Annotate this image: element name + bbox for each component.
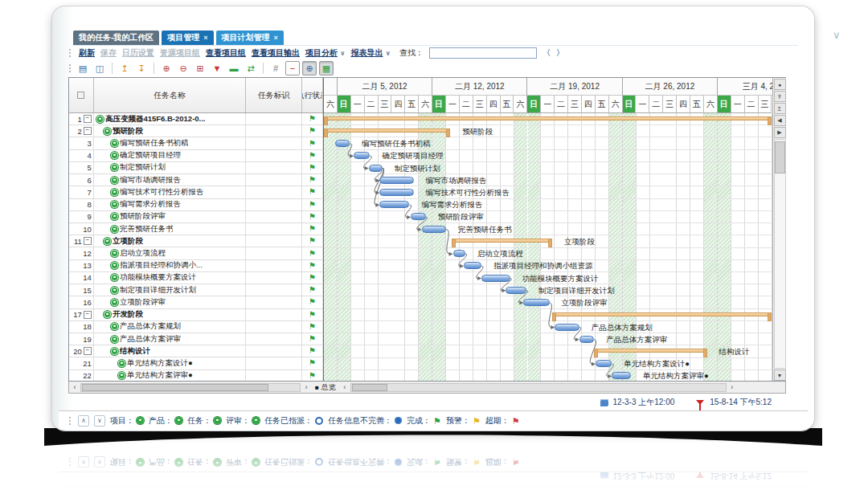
gantt-task-bar[interactable] <box>596 360 612 367</box>
vertical-scrollbar[interactable]: ●ŦΣ◀▶▼ <box>772 78 786 381</box>
table-row[interactable]: 22单元结构方案评审●⚑ <box>69 370 323 381</box>
gantt-task-bar[interactable] <box>506 287 526 294</box>
legend-down-icon[interactable]: ∨ <box>94 415 105 427</box>
gantt-summary-bar[interactable] <box>552 312 772 316</box>
gantt-hscroll-thumb[interactable] <box>352 384 387 391</box>
gantt-task-bar[interactable] <box>422 226 446 233</box>
gantt-task-bar[interactable] <box>379 201 409 208</box>
level-down-icon[interactable]: ↧ <box>134 61 149 76</box>
expand-toggle[interactable]: − <box>84 311 92 319</box>
gantt-summary-bar[interactable] <box>324 129 450 133</box>
table-hscroll-thumb[interactable] <box>82 384 268 391</box>
expand-toggle[interactable]: − <box>84 127 92 135</box>
gantt-task-bar[interactable] <box>481 275 510 282</box>
table-row[interactable]: 18产品总体方案规划⚑ <box>69 321 323 333</box>
collapse-chevron-icon[interactable]: ∨ <box>833 29 841 41</box>
table-row[interactable]: 10完善预研任务书⚑ <box>69 223 323 235</box>
gantt-task-bar[interactable] <box>464 262 481 269</box>
table-scroll-right-icon[interactable]: › <box>301 383 312 391</box>
table-row[interactable]: 5制定预研计划⚑ <box>69 162 323 174</box>
table-row[interactable]: 6编写市场调研报告⚑ <box>69 174 323 186</box>
gantt-task-bar[interactable] <box>453 250 465 257</box>
gantt-summary-bar[interactable] <box>324 116 772 120</box>
search-prev-icon[interactable]: 〈 <box>542 47 551 59</box>
exec-status-header[interactable]: 执行状态 <box>302 78 323 112</box>
gantt-scroll-left-icon[interactable]: ‹ <box>339 383 350 391</box>
tab-close-icon[interactable]: × <box>274 34 278 42</box>
crosshair-toggle[interactable]: ⊕ <box>302 61 317 76</box>
table-row[interactable]: 11−立项阶段⚑ <box>69 235 323 247</box>
zoom-in-icon[interactable]: ⊕ <box>159 61 174 76</box>
view-project-output-link[interactable]: 查看项目输出 <box>252 47 300 59</box>
gantt-task-bar[interactable] <box>369 165 383 172</box>
table-row[interactable]: 9预研阶段评审⚑ <box>69 211 323 223</box>
gantt-task-bar[interactable] <box>523 299 549 306</box>
gantt-scroll-right-icon[interactable]: › <box>727 383 738 391</box>
table-row[interactable]: 4确定预研项目经理⚑ <box>69 150 323 162</box>
print-preview-icon[interactable]: ◫ <box>92 61 107 76</box>
strip-button-2[interactable]: Σ <box>774 103 786 114</box>
gantt-task-bar[interactable] <box>379 189 413 196</box>
gantt-hscroll-track[interactable] <box>350 383 727 392</box>
gantt-task-bar[interactable] <box>579 336 595 343</box>
table-row[interactable]: 14功能模块概要方案设计⚑ <box>69 272 323 284</box>
zoom-fit-icon[interactable]: ⊞ <box>193 61 207 76</box>
table-row[interactable]: 15制定项目详细开发计划⚑ <box>69 284 323 296</box>
table-scroll-left-icon[interactable]: ‹ <box>69 383 80 391</box>
table-row[interactable]: 7编写技术可行性分析报告⚑ <box>69 186 323 198</box>
collapse-all-toggle[interactable]: − <box>285 61 300 76</box>
vscroll-track[interactable] <box>774 139 786 369</box>
baseline-icon[interactable]: ▬ <box>227 61 241 76</box>
table-hscroll-track[interactable] <box>80 383 301 392</box>
table-row[interactable]: 2−预研阶段⚑ <box>69 125 323 137</box>
tab-project-management[interactable]: 项目管理× <box>162 31 213 45</box>
project-analysis-link[interactable]: 项目分析 <box>305 47 338 59</box>
filter-icon[interactable]: ▼ <box>210 61 224 76</box>
print-icon[interactable]: ▤ <box>76 61 90 76</box>
table-row[interactable]: 1−高压变频器415F6.B-2012-0...⚑ <box>69 113 323 125</box>
table-row[interactable]: 20−结构设计⚑ <box>69 345 323 357</box>
search-next-icon[interactable]: 〉 <box>556 47 564 59</box>
tab-project-plan-management[interactable]: 项目计划管理× <box>216 31 284 45</box>
search-input[interactable] <box>429 47 537 59</box>
gantt-summary-bar[interactable] <box>594 349 706 353</box>
gantt-task-bar[interactable] <box>354 152 370 159</box>
expand-toggle[interactable]: − <box>84 115 92 123</box>
zoom-out-icon[interactable]: ⊖ <box>176 61 190 76</box>
tab-close-icon[interactable]: × <box>203 34 207 42</box>
table-row[interactable]: 12启动立项流程⚑ <box>69 247 323 259</box>
strip-button-3[interactable]: ◀ <box>774 115 786 126</box>
view-project-group-link[interactable]: 查看项目组 <box>206 47 246 59</box>
strip-button-4[interactable]: ▶ <box>774 127 786 138</box>
task-name-header[interactable]: 任务名称 <box>94 78 246 112</box>
table-row[interactable]: 16立项阶段评审⚑ <box>69 296 323 308</box>
table-row[interactable]: 21单元结构方案设计●⚑ <box>69 357 323 369</box>
gantt-task-bar[interactable] <box>555 324 579 331</box>
links-icon[interactable]: ⇄ <box>244 61 258 76</box>
gantt-task-bar[interactable] <box>411 213 426 220</box>
gantt-summary-bar[interactable] <box>452 239 552 243</box>
select-all-checkbox[interactable] <box>77 92 84 99</box>
vscroll-down-icon[interactable]: ▼ <box>774 369 786 381</box>
strip-button-0[interactable]: ● <box>774 79 786 90</box>
strip-button-1[interactable]: Ŧ <box>774 91 786 102</box>
dropdown-caret-icon[interactable]: ∨ <box>386 50 391 57</box>
overview-toggle[interactable]: ■总览 <box>315 382 336 393</box>
columns-toggle[interactable]: ▦ <box>319 61 334 76</box>
table-row[interactable]: 19产品总体方案评审⚑ <box>69 333 323 345</box>
dropdown-caret-icon[interactable]: ∨ <box>340 50 346 57</box>
row-number-icon[interactable]: # <box>268 61 283 76</box>
gantt-task-bar[interactable] <box>335 140 350 147</box>
table-row[interactable]: 3编写预研任务书初稿⚑ <box>69 137 323 149</box>
level-up-icon[interactable]: ↥ <box>117 61 132 76</box>
table-row[interactable]: 8编写需求分析报告⚑ <box>69 199 323 211</box>
report-export-link[interactable]: 报表导出 <box>351 47 383 59</box>
expand-toggle[interactable]: − <box>84 237 92 245</box>
gantt-task-bar[interactable] <box>379 177 413 184</box>
legend-up-icon[interactable]: ∧ <box>78 415 89 427</box>
table-row[interactable]: 17−开发阶段⚑ <box>69 309 323 321</box>
refresh-link[interactable]: 刷新 <box>79 47 95 59</box>
vscroll-thumb[interactable] <box>775 141 785 173</box>
tab-my-workspace[interactable]: 我的任务-我的工作区 <box>73 31 159 45</box>
expand-toggle[interactable]: − <box>84 347 92 355</box>
